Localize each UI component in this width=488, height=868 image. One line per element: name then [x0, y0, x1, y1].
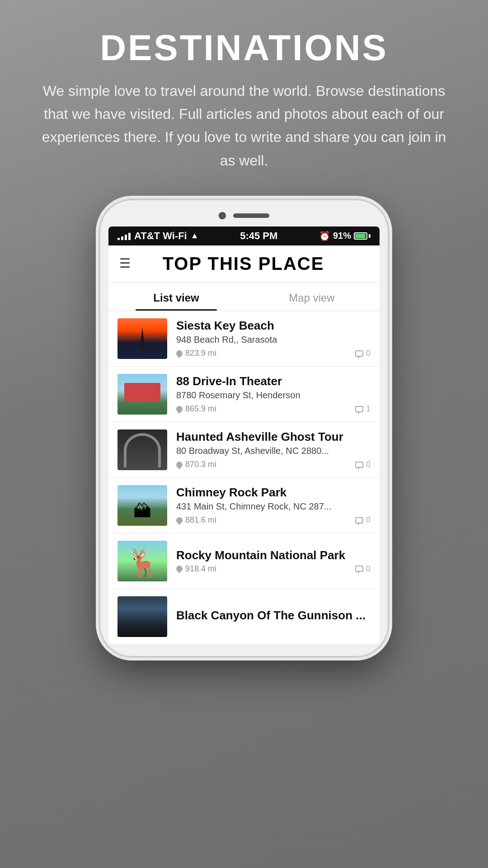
- tabs-bar: List view Map view: [108, 283, 380, 311]
- battery-percent: 91%: [333, 231, 351, 241]
- alarm-icon: ⏰: [319, 231, 330, 241]
- comment-icon: [355, 566, 363, 572]
- destination-info: Black Canyon Of The Gunnison ...: [176, 609, 371, 624]
- page-subtitle: We simple love to travel around the worl…: [36, 80, 452, 172]
- wifi-icon: ▲: [191, 231, 199, 241]
- page-title: DESTINATIONS: [36, 27, 452, 69]
- location-icon: [175, 564, 184, 573]
- destination-info: Chimney Rock Park 431 Main St, Chimney R…: [176, 486, 371, 525]
- camera-icon: [219, 212, 226, 219]
- app-title: TOP THIS PLACE: [138, 254, 349, 274]
- location-icon: [175, 405, 184, 414]
- destination-info: 88 Drive-In Theater 8780 Rosemary St, He…: [176, 374, 371, 414]
- list-item[interactable]: Chimney Rock Park 431 Main St, Chimney R…: [108, 478, 380, 533]
- destination-thumbnail: [117, 485, 167, 526]
- destination-info: Rocky Mountain National Park 918.4 mi 0: [176, 548, 371, 574]
- destination-address: 948 Beach Rd,, Sarasota: [176, 335, 371, 345]
- speaker-icon: [233, 213, 269, 218]
- destination-meta: 865.9 mi 1: [176, 404, 371, 414]
- destination-comments: 0: [355, 564, 371, 574]
- status-bar: AT&T Wi-Fi ▲ 5:45 PM ⏰ 91%: [108, 226, 380, 245]
- battery-tip: [369, 234, 371, 238]
- destination-comments: 0: [355, 460, 371, 469]
- destination-address: 431 Main St, Chimney Rock, NC 287...: [176, 501, 371, 512]
- destination-distance: 918.4 mi: [176, 564, 216, 574]
- status-left: AT&T Wi-Fi ▲: [117, 230, 199, 242]
- phone-wrapper: AT&T Wi-Fi ▲ 5:45 PM ⏰ 91% ☰: [0, 199, 488, 657]
- phone-top: [108, 212, 380, 219]
- battery-fill: [355, 234, 366, 238]
- destination-name: 88 Drive-In Theater: [176, 374, 371, 388]
- status-right: ⏰ 91%: [319, 231, 371, 241]
- destination-address: 80 Broadway St, Asheville, NC 2880...: [176, 446, 371, 456]
- destination-thumbnail: [117, 429, 167, 470]
- battery-icon: [354, 232, 371, 240]
- list-item[interactable]: Haunted Asheville Ghost Tour 80 Broadway…: [108, 422, 380, 478]
- destination-distance: 823.9 mi: [176, 349, 216, 358]
- comment-icon: [355, 350, 363, 357]
- destination-distance: 865.9 mi: [176, 404, 216, 414]
- page-header: DESTINATIONS We simple love to travel ar…: [0, 0, 488, 190]
- destination-comments: 1: [355, 404, 371, 414]
- destination-name: Black Canyon Of The Gunnison ...: [176, 609, 371, 623]
- destination-comments: 0: [355, 349, 371, 358]
- destination-thumbnail: [117, 541, 167, 581]
- comment-icon: [355, 517, 363, 524]
- destination-address: 8780 Rosemary St, Henderson: [176, 390, 371, 401]
- destination-name: Rocky Mountain National Park: [176, 548, 371, 562]
- battery-body: [354, 232, 367, 240]
- destination-thumbnail: [117, 374, 167, 415]
- comment-icon: [355, 406, 363, 412]
- destination-meta: 870.3 mi 0: [176, 460, 371, 469]
- destination-info: Haunted Asheville Ghost Tour 80 Broadway…: [176, 430, 371, 469]
- signal-bar-3: [125, 235, 127, 240]
- destination-info: Siesta Key Beach 948 Beach Rd,, Sarasota…: [176, 319, 371, 358]
- signal-bar-4: [128, 233, 131, 240]
- phone-frame: AT&T Wi-Fi ▲ 5:45 PM ⏰ 91% ☰: [99, 199, 389, 657]
- location-icon: [175, 349, 184, 358]
- signal-bar-1: [117, 238, 120, 240]
- destination-thumbnail: [117, 596, 167, 637]
- list-item[interactable]: Rocky Mountain National Park 918.4 mi 0: [108, 533, 380, 589]
- list-item[interactable]: 88 Drive-In Theater 8780 Rosemary St, He…: [108, 367, 380, 422]
- signal-bar-2: [121, 236, 123, 240]
- destination-meta: 823.9 mi 0: [176, 349, 371, 358]
- signal-bars-icon: [117, 232, 131, 240]
- location-icon: [175, 516, 184, 525]
- comment-icon: [355, 462, 363, 468]
- list-item[interactable]: Black Canyon Of The Gunnison ...: [108, 589, 380, 644]
- tab-map-view[interactable]: Map view: [244, 283, 380, 311]
- status-time: 5:45 PM: [240, 230, 277, 242]
- destination-meta: 881.6 mi 0: [176, 515, 371, 525]
- list-item[interactable]: Siesta Key Beach 948 Beach Rd,, Sarasota…: [108, 311, 380, 367]
- destination-name: Chimney Rock Park: [176, 486, 371, 500]
- destination-thumbnail: [117, 318, 167, 359]
- destination-list: Siesta Key Beach 948 Beach Rd,, Sarasota…: [108, 311, 380, 644]
- location-icon: [175, 460, 184, 469]
- destination-distance: 870.3 mi: [176, 460, 216, 469]
- carrier-label: AT&T Wi-Fi: [134, 230, 187, 242]
- phone-screen: AT&T Wi-Fi ▲ 5:45 PM ⏰ 91% ☰: [108, 226, 380, 644]
- destination-name: Haunted Asheville Ghost Tour: [176, 430, 371, 444]
- hamburger-menu-icon[interactable]: ☰: [119, 257, 131, 270]
- app-header: ☰ TOP THIS PLACE: [108, 245, 380, 283]
- destination-meta: 918.4 mi 0: [176, 564, 371, 574]
- destination-comments: 0: [355, 515, 371, 525]
- destination-distance: 881.6 mi: [176, 515, 216, 525]
- destination-name: Siesta Key Beach: [176, 319, 371, 333]
- tab-list-view[interactable]: List view: [108, 283, 244, 311]
